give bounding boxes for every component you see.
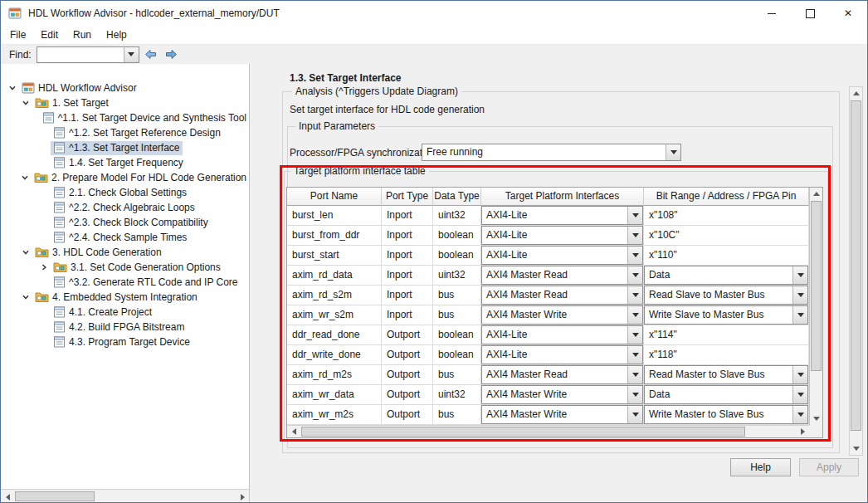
chevron-down-icon[interactable] xyxy=(627,346,642,364)
bit-range-cell[interactable]: x"108" xyxy=(644,206,809,226)
scroll-left-button[interactable] xyxy=(287,426,300,437)
bit-range-cell[interactable]: x"10C" xyxy=(644,226,809,246)
port-type-cell[interactable]: Outport xyxy=(382,345,433,365)
tree-item[interactable]: ^2.4. Check Sample Times xyxy=(1,230,249,245)
chevron-down-icon[interactable] xyxy=(627,406,642,423)
data-type-cell[interactable]: bus xyxy=(433,286,481,305)
minimize-button[interactable] xyxy=(753,1,791,26)
port-name-cell[interactable]: axim_wr_s2m xyxy=(287,305,382,325)
menu-item-run[interactable]: Run xyxy=(66,27,99,43)
scroll-up-button[interactable] xyxy=(850,87,862,100)
scroll-thumb[interactable] xyxy=(811,201,822,371)
find-combobox[interactable] xyxy=(37,46,139,63)
target-platform-interface-select[interactable]: AXI4 Master Read xyxy=(481,365,643,384)
data-type-cell[interactable]: boolean xyxy=(433,345,481,365)
port-name-cell[interactable]: burst_from_ddr xyxy=(287,226,382,246)
chevron-down-icon[interactable] xyxy=(627,306,642,324)
data-type-cell[interactable]: uint32 xyxy=(433,385,481,405)
tree-item[interactable]: 1. Set Target xyxy=(1,95,249,110)
tree-item[interactable]: ^3.2. Generate RTL Code and IP Core xyxy=(1,275,249,290)
port-type-cell[interactable]: Inport xyxy=(382,246,433,266)
port-name-cell[interactable]: axim_rd_m2s xyxy=(287,365,382,385)
table-horizontal-scrollbar[interactable] xyxy=(287,425,809,437)
tree-item[interactable]: ^2.2. Check Algebraic Loops xyxy=(1,200,249,215)
close-button[interactable]: ✕ xyxy=(829,1,867,26)
bit-range-cell[interactable]: x"118" xyxy=(644,345,809,365)
tree-item[interactable]: 1.4. Set Target Frequency xyxy=(1,155,249,170)
tree-item[interactable]: ^1.2. Set Target Reference Design xyxy=(1,125,249,140)
menu-item-file[interactable]: File xyxy=(2,27,33,43)
target-platform-interface-select[interactable]: AXI4-Lite xyxy=(481,206,643,225)
chevron-down-icon[interactable] xyxy=(792,266,807,284)
tree-item[interactable]: 4. Embedded System Integration xyxy=(1,290,249,305)
port-type-cell[interactable]: Inport xyxy=(382,226,433,246)
target-platform-interface-select[interactable]: AXI4 Master Write xyxy=(481,405,643,424)
chevron-down-icon[interactable] xyxy=(792,366,807,383)
data-type-cell[interactable]: boolean xyxy=(433,246,481,266)
port-type-cell[interactable]: Outport xyxy=(382,325,433,345)
tree-expander-icon[interactable] xyxy=(6,83,19,93)
tree-expander-icon[interactable] xyxy=(37,262,51,272)
menu-item-edit[interactable]: Edit xyxy=(33,27,66,43)
port-type-cell[interactable]: Inport xyxy=(382,266,433,286)
data-type-cell[interactable]: bus xyxy=(433,305,481,325)
target-platform-interface-select[interactable]: AXI4-Lite xyxy=(481,226,643,245)
port-name-cell[interactable]: burst_start xyxy=(287,246,382,266)
tree-expander-icon[interactable] xyxy=(19,98,32,108)
tree-item[interactable]: ^2.3. Check Block Compatibility xyxy=(1,215,249,230)
tree-item[interactable]: 4.1. Create Project xyxy=(1,305,249,320)
port-type-cell[interactable]: Inport xyxy=(382,305,433,325)
data-type-cell[interactable]: uint32 xyxy=(433,206,481,226)
scroll-right-button[interactable] xyxy=(796,426,809,437)
chevron-down-icon[interactable] xyxy=(627,326,642,344)
scroll-thumb[interactable] xyxy=(851,100,861,431)
port-name-cell[interactable]: axim_wr_data xyxy=(287,385,382,405)
bit-range-select[interactable]: Data xyxy=(644,385,808,404)
find-next-button[interactable] xyxy=(163,46,181,62)
target-platform-interface-select[interactable]: AXI4 Master Write xyxy=(481,385,643,404)
panel-vertical-scrollbar[interactable] xyxy=(849,86,863,456)
chevron-down-icon[interactable] xyxy=(627,207,642,224)
scroll-left-button[interactable] xyxy=(1,491,14,502)
port-type-cell[interactable]: Outport xyxy=(382,365,433,385)
find-input-value[interactable] xyxy=(37,47,124,62)
bit-range-select[interactable]: Read Slave to Master Bus xyxy=(644,286,808,305)
chevron-down-icon[interactable] xyxy=(627,227,642,244)
target-platform-interface-select[interactable]: AXI4-Lite xyxy=(481,345,643,364)
tree-item[interactable]: ^1.3. Set Target Interface xyxy=(1,140,249,155)
tree-horizontal-scrollbar[interactable] xyxy=(1,489,249,502)
chevron-down-icon[interactable] xyxy=(792,306,807,324)
bit-range-select[interactable]: Data xyxy=(644,266,808,285)
scroll-up-button[interactable] xyxy=(810,188,822,200)
port-name-cell[interactable]: axim_rd_data xyxy=(287,266,382,286)
chevron-down-icon[interactable] xyxy=(627,386,642,403)
bit-range-select[interactable]: Write Master to Slave Bus xyxy=(644,405,808,424)
scroll-down-button[interactable] xyxy=(810,413,822,425)
tree-item[interactable]: 3.1. Set Code Generation Options xyxy=(1,260,249,275)
tree-item[interactable]: HDL Workflow Advisor xyxy=(1,81,249,95)
tree-item[interactable]: 4.3. Program Target Device xyxy=(1,335,249,349)
target-platform-interface-select[interactable]: AXI4 Master Read xyxy=(481,266,643,285)
tree-item[interactable]: 2.1. Check Global Settings xyxy=(1,185,249,200)
tree-expander-icon[interactable] xyxy=(19,247,32,257)
scroll-right-button[interactable] xyxy=(236,491,249,502)
scroll-down-button[interactable] xyxy=(850,442,862,455)
target-platform-interface-select[interactable]: AXI4 Master Write xyxy=(481,305,643,325)
chevron-down-icon[interactable] xyxy=(792,406,807,423)
chevron-down-icon[interactable] xyxy=(627,247,642,264)
tree-item[interactable]: 2. Prepare Model For HDL Code Generation xyxy=(1,170,249,185)
tree-expander-icon[interactable] xyxy=(19,292,32,302)
tree-item[interactable]: ^1.1. Set Target Device and Synthesis To… xyxy=(1,110,249,125)
port-name-cell[interactable]: ddr_write_done xyxy=(287,345,382,365)
table-vertical-scrollbar[interactable] xyxy=(809,188,822,425)
port-name-cell[interactable]: ddr_read_done xyxy=(287,325,382,345)
port-type-cell[interactable]: Inport xyxy=(382,206,433,226)
chevron-down-icon[interactable] xyxy=(627,266,642,284)
port-type-cell[interactable]: Outport xyxy=(382,385,433,405)
data-type-cell[interactable]: bus xyxy=(433,365,481,385)
chevron-down-icon[interactable] xyxy=(792,286,807,304)
chevron-down-icon[interactable] xyxy=(792,386,807,403)
chevron-down-icon[interactable] xyxy=(627,366,642,383)
port-name-cell[interactable]: burst_len xyxy=(287,206,382,226)
help-button[interactable]: Help xyxy=(730,458,791,476)
